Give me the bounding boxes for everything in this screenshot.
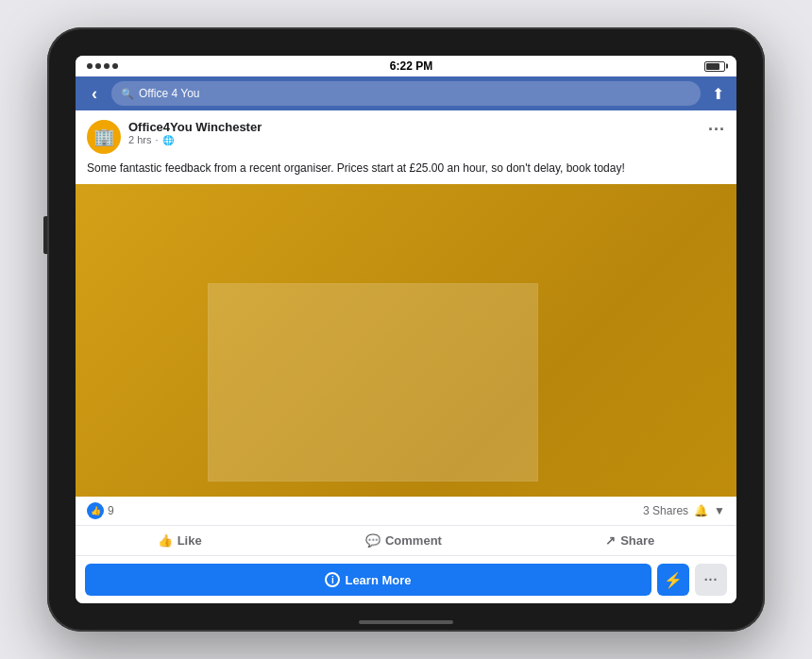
post-author[interactable]: Office4You Winchester	[128, 120, 262, 134]
post-cta: i Learn More ⚡ ···	[76, 556, 736, 603]
ipad-frame: 6:22 PM ‹ 🔍 Office 4 You ⬆ 🏢	[47, 27, 765, 632]
shares-count: 3 Shares	[643, 504, 688, 517]
learn-more-label: Learn More	[345, 573, 411, 587]
more-options-button[interactable]: ···	[695, 564, 727, 596]
like-icon: 👍	[158, 533, 173, 548]
bell-icon: 🔔	[694, 504, 708, 517]
shares-text: 3 Shares 🔔 ▼	[643, 504, 725, 517]
post-menu-button[interactable]: ···	[708, 120, 725, 140]
globe-icon: 🌐	[162, 135, 174, 145]
browser-search-bar[interactable]: 🔍 Office 4 You	[111, 81, 701, 106]
home-indicator	[359, 620, 453, 624]
ipad-screen: 6:22 PM ‹ 🔍 Office 4 You ⬆ 🏢	[76, 56, 736, 603]
messenger-button[interactable]: ⚡	[657, 564, 689, 596]
quote-text: "Well kitted out room and amazing hospit…	[102, 492, 710, 497]
reaction-count: 9	[108, 504, 114, 517]
avatar-icon: 🏢	[93, 127, 114, 147]
post-reactions: 👍 9 3 Shares 🔔 ▼	[76, 497, 736, 526]
comment-button[interactable]: 💬 Comment	[354, 528, 453, 553]
like-badge: 👍	[87, 502, 104, 519]
browser-bar: ‹ 🔍 Office 4 You ⬆	[76, 76, 736, 110]
quote-overlay: "Well kitted out room and amazing hospit…	[76, 184, 736, 497]
battery-icon	[704, 61, 725, 72]
post-header: 🏢 Office4You Winchester 2 hrs · 🌐 ···	[76, 110, 736, 160]
reactions-left: 👍 9	[87, 502, 114, 519]
share-icon: ↗	[605, 533, 616, 548]
like-button[interactable]: 👍 Like	[146, 528, 213, 553]
info-icon: i	[325, 572, 340, 587]
post-info: Office4You Winchester 2 hrs · 🌐	[128, 120, 262, 145]
search-text: Office 4 You	[139, 87, 200, 100]
back-button[interactable]: ‹	[83, 84, 106, 104]
post-time: 2 hrs	[128, 134, 151, 145]
signal-dots	[87, 63, 118, 69]
post-body-text: Some fantastic feedback from a recent or…	[76, 160, 736, 184]
dropdown-arrow: ▼	[714, 504, 725, 517]
comment-icon: 💬	[365, 533, 381, 548]
post-image: "Well kitted out room and amazing hospit…	[76, 184, 736, 497]
comment-label: Comment	[385, 533, 442, 548]
search-icon: 🔍	[121, 88, 134, 100]
messenger-icon: ⚡	[664, 571, 683, 589]
battery-fill	[706, 63, 719, 70]
status-bar: 6:22 PM	[76, 56, 736, 76]
share-label: Share	[620, 533, 654, 548]
share-action-button[interactable]: ↗ Share	[594, 528, 666, 553]
post-header-left: 🏢 Office4You Winchester 2 hrs · 🌐	[87, 120, 262, 154]
post-meta: 2 hrs · 🌐	[128, 134, 262, 145]
learn-more-button[interactable]: i Learn More	[85, 564, 651, 596]
share-button[interactable]: ⬆	[706, 85, 729, 103]
more-icon: ···	[704, 572, 719, 587]
avatar: 🏢	[87, 120, 121, 154]
thumbs-up-icon: 👍	[91, 506, 101, 515]
status-time: 6:22 PM	[390, 59, 432, 73]
status-right	[704, 61, 725, 72]
post-actions: 👍 Like 💬 Comment ↗ Share	[76, 526, 736, 556]
side-button	[43, 216, 47, 254]
like-label: Like	[178, 533, 202, 548]
facebook-post: 🏢 Office4You Winchester 2 hrs · 🌐 ··· So…	[76, 110, 736, 603]
post-image-inner: "Well kitted out room and amazing hospit…	[76, 184, 736, 497]
